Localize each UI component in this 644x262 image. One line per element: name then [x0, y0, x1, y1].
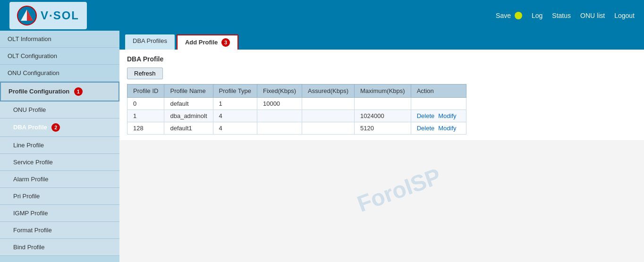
- status-dot: [515, 12, 522, 19]
- table-row: 128default145120DeleteModify: [127, 122, 466, 135]
- sidebar-item-alarm-profile[interactable]: Alarm Profile: [0, 171, 119, 188]
- col-fixed-kbps: Fixed(Kbps): [257, 85, 302, 98]
- delete-link[interactable]: Delete: [417, 112, 435, 119]
- sidebar-item-olt-configuration[interactable]: OLT Configuration: [0, 48, 119, 65]
- sidebar-item-format-profile[interactable]: Format Profile: [0, 222, 119, 239]
- header: V·SOL Save Log Status ONU list Logout: [0, 0, 644, 31]
- logout-link[interactable]: Logout: [614, 12, 635, 19]
- tab-add-profile[interactable]: Add Profile 3: [177, 34, 238, 50]
- vsol-logo-icon: [17, 6, 37, 25]
- log-link[interactable]: Log: [532, 12, 542, 19]
- main-content: DBA Profiles Add Profile 3 DBA Profile R…: [119, 31, 644, 262]
- dba-profile-badge: 2: [51, 123, 60, 132]
- header-right: Save Log Status ONU list Logout: [496, 12, 635, 19]
- status-link[interactable]: Status: [552, 12, 571, 19]
- col-action: Action: [411, 85, 466, 98]
- sidebar-item-pri-profile[interactable]: Pri Profile: [0, 188, 119, 205]
- watermark: ForoISP: [354, 163, 444, 217]
- sidebar-item-dba-profile[interactable]: DBA Profile 2: [0, 118, 119, 137]
- sidebar-item-onu-configuration[interactable]: ONU Configuration: [0, 65, 119, 82]
- sidebar-item-service-profile[interactable]: Service Profile: [0, 154, 119, 171]
- page-title: DBA Profile: [127, 55, 636, 63]
- col-maximum-kbps: Maximum(Kbps): [355, 85, 411, 98]
- sidebar-item-igmp-profile[interactable]: IGMP Profile: [0, 205, 119, 222]
- tab-dba-profiles[interactable]: DBA Profiles: [125, 34, 175, 50]
- modify-link[interactable]: Modify: [438, 112, 456, 119]
- dba-profile-table: Profile ID Profile Name Profile Type Fix…: [127, 84, 466, 135]
- col-profile-id: Profile ID: [127, 85, 164, 98]
- profile-configuration-badge: 1: [74, 87, 83, 96]
- col-profile-type: Profile Type: [213, 85, 257, 98]
- table-row: 0default110000: [127, 98, 466, 110]
- sidebar-item-line-profile[interactable]: Line Profile: [0, 137, 119, 154]
- col-assured-kbps: Assured(Kbps): [302, 85, 355, 98]
- tab-bar: DBA Profiles Add Profile 3: [119, 31, 644, 50]
- save-label: Save: [496, 12, 511, 19]
- logo: V·SOL: [9, 2, 87, 29]
- col-profile-name: Profile Name: [164, 85, 213, 98]
- table-row: 1dba_adminolt41024000DeleteModify: [127, 110, 466, 122]
- logo-text: V·SOL: [41, 9, 79, 22]
- sidebar: OLT Information OLT Configuration ONU Co…: [0, 31, 119, 262]
- sidebar-item-system-configuration[interactable]: System Configuration: [0, 256, 119, 262]
- layout: OLT Information OLT Configuration ONU Co…: [0, 31, 644, 262]
- sidebar-item-profile-configuration[interactable]: Profile Configuration 1: [0, 82, 119, 101]
- onu-list-link[interactable]: ONU list: [580, 12, 605, 19]
- delete-link[interactable]: Delete: [417, 125, 435, 132]
- refresh-button[interactable]: Refresh: [127, 68, 163, 79]
- sidebar-item-olt-information[interactable]: OLT Information: [0, 31, 119, 48]
- save-area: Save: [496, 12, 522, 19]
- sidebar-item-bind-profile[interactable]: Bind Profile: [0, 239, 119, 256]
- sidebar-item-onu-profile[interactable]: ONU Profile: [0, 101, 119, 118]
- content-area: DBA Profile Refresh Profile ID Profile N…: [119, 50, 644, 140]
- modify-link[interactable]: Modify: [438, 125, 456, 132]
- add-profile-badge: 3: [221, 38, 230, 47]
